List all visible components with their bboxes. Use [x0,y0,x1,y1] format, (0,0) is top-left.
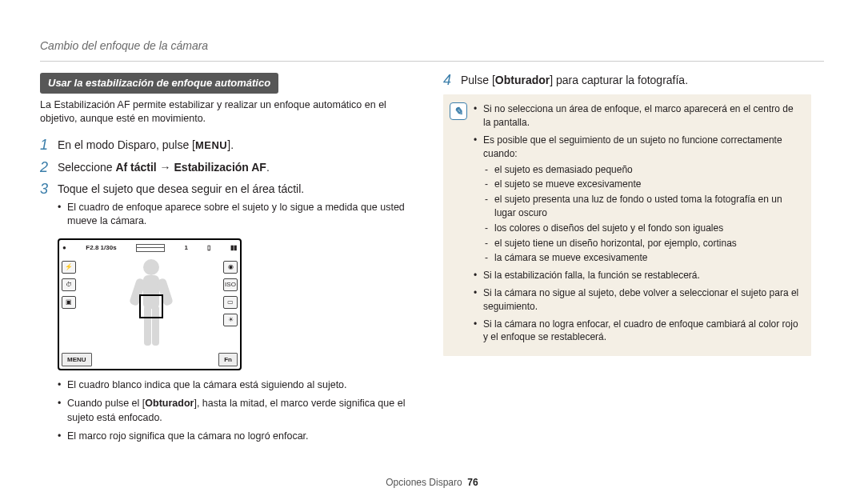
wb-icon: ☀ [223,314,238,326]
battery-icon: ▮▮ [230,243,237,252]
two-column-layout: Usar la estabilización de enfoque automá… [40,73,824,449]
focus-mode-icon: ▣ [62,296,76,309]
dash-item: el sujeto presenta una luz de fondo o us… [483,193,802,220]
step-4: 4 Pulse [Obturador] para capturar la fot… [443,73,811,89]
arrow: → [157,161,174,174]
exposure-label: F2.8 1/30s [86,243,116,252]
footer-section: Opciones Disparo [386,477,462,488]
note-body: Si no selecciona un área de enfoque, el … [474,102,802,348]
header-rule [40,61,824,62]
step-3: 3 Toque el sujeto que desea seguir en el… [40,182,416,232]
note-item: Es posible que el seguimiento de un suje… [474,134,802,265]
exposure-scale-icon [136,244,165,252]
note-icon: ✎ [450,102,467,120]
timer-icon: ⏱ [62,278,76,291]
lcd-top-bar: ● F2.8 1/30s 1 ▯ ▮▮ [62,243,237,252]
intro-text: La Estabilización AF permite estabilizar… [40,98,416,126]
note-item: Si no selecciona un área de enfoque, el … [474,102,802,130]
text: . [266,161,270,174]
bold-term: Af táctil [115,161,156,174]
lcd-left-icons: ⚡ ⏱ ▣ [62,261,76,309]
iso-icon: ISO [223,278,238,291]
note-item: Si la estabilización falla, la función s… [474,269,802,282]
step-body: En el modo Disparo, pulse [MENU]. [58,138,234,154]
text: Cuando pulse el [ [67,398,145,409]
lcd-illustration: ● F2.8 1/30s 1 ▯ ▮▮ ⚡ ⏱ ▣ ◉ ISO ▭ ☀ [58,238,416,370]
note-box: ✎ Si no selecciona un área de enfoque, e… [443,94,811,356]
page-header: Cambio del enfoque de la cámara [40,38,824,54]
dash-item: la cámara se mueve excesivamente [483,251,802,265]
page-footer: Opciones Disparo 76 [0,476,864,490]
step-list-right: 4 Pulse [Obturador] para capturar la fot… [443,73,811,89]
substep: El cuadro de enfoque aparece sobre el su… [58,201,416,229]
text: Seleccione [58,161,115,174]
mode-icon: ● [62,243,66,252]
text: ] para capturar la fotografía. [550,74,688,86]
note-item: Si la cámara no sigue al sujeto, debe vo… [474,286,802,314]
note-item: Si la cámara no logra enfocar, el cuadro… [474,318,802,345]
left-bullet-list: El cuadro blanco indica que la cámara es… [58,378,416,444]
text: ]. [227,138,234,151]
text: En el modo Disparo, pulse [ [58,138,195,151]
focus-box [139,294,163,318]
lcd-bottom-bar: MENU Fn [62,353,238,366]
lcd-right-icons: ◉ ISO ▭ ☀ [223,261,238,326]
left-column: Usar la estabilización de enfoque automá… [40,73,416,449]
text: Pulse [ [461,74,495,86]
step-list: 1 En el modo Disparo, pulse [MENU]. 2 Se… [40,138,416,232]
dash-item: el sujeto se mueve excesivamente [483,178,802,191]
dash-item: los colores o diseños del sujeto y el fo… [483,222,802,235]
step-body: Pulse [Obturador] para capturar la fotog… [461,73,688,89]
step-number: 2 [40,160,58,176]
text: Es posible que el seguimiento de un suje… [483,134,782,159]
shot-count: 1 [185,243,188,252]
bold-term: Estabilización AF [174,161,266,174]
step-number: 1 [40,138,58,154]
section-subhead: Usar la estabilización de enfoque automá… [40,73,278,94]
text: Toque el sujeto que desea seguir en el á… [58,182,304,195]
bold-term: Obturador [145,398,194,409]
dash-item: el sujeto es demasiado pequeño [483,163,802,177]
step-body: Toque el sujeto que desea seguir en el á… [58,182,416,232]
metering-icon: ◉ [223,261,238,274]
page-number: 76 [467,477,478,488]
menu-glyph: MENU [195,139,227,151]
camera-screen: ● F2.8 1/30s 1 ▯ ▮▮ ⚡ ⏱ ▣ ◉ ISO ▭ ☀ [58,238,242,370]
step-1: 1 En el modo Disparo, pulse [MENU]. [40,138,416,154]
drive-icon: ▭ [223,296,238,309]
lcd-fn-button: Fn [218,353,238,366]
substep-list: El cuadro de enfoque aparece sobre el su… [58,201,416,229]
step-number: 4 [443,73,461,89]
flash-icon: ⚡ [62,261,76,274]
step-body: Seleccione Af táctil → Estabilización AF… [58,160,270,176]
lcd-menu-button: MENU [62,353,92,366]
card-icon: ▯ [207,243,210,252]
step-2: 2 Seleccione Af táctil → Estabilización … [40,160,416,176]
step-number: 3 [40,182,58,232]
dash-item: el sujeto tiene un diseño horizontal, po… [483,237,802,250]
bullet-item: El cuadro blanco indica que la cámara es… [58,378,416,393]
bullet-item: El marco rojo significa que la cámara no… [58,430,416,444]
right-column: 4 Pulse [Obturador] para capturar la fot… [443,73,811,449]
bold-term: Obturador [495,74,550,86]
bullet-item: Cuando pulse el [Obturador], hasta la mi… [58,397,416,425]
dash-list: el sujeto es demasiado pequeño el sujeto… [483,163,802,266]
svg-point-0 [143,259,159,275]
